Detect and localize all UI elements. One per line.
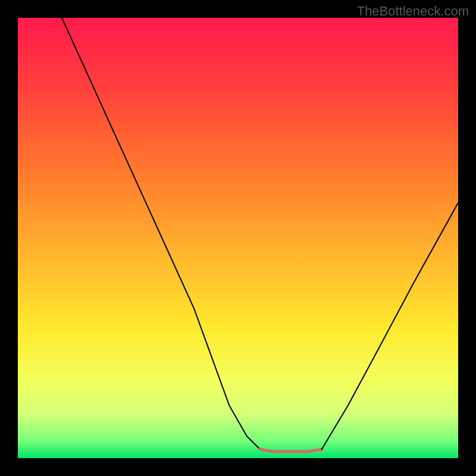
series-bottleneck-curve-right [322, 203, 458, 449]
chart-frame [18, 18, 458, 458]
series-bottleneck-curve-left [62, 18, 260, 449]
series-bottleneck-floor [260, 449, 322, 452]
plot-svg [18, 18, 458, 458]
watermark-text: TheBottleneck.com [357, 4, 469, 19]
